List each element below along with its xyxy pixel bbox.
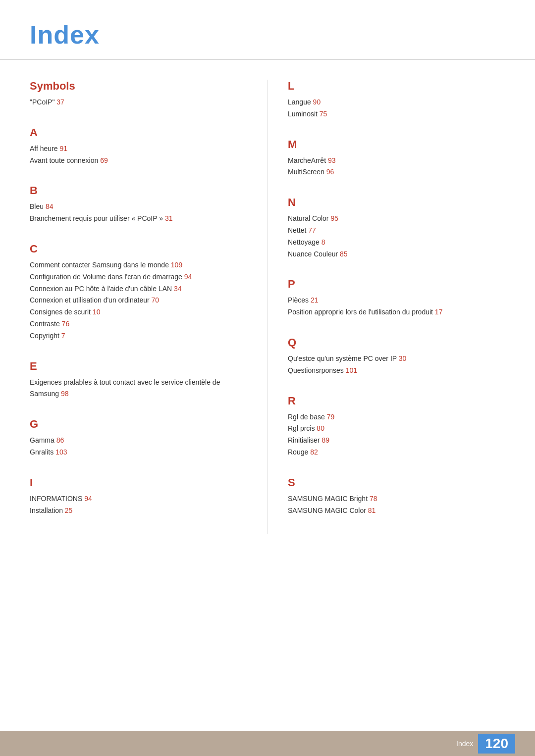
list-item: INFORMATIONS 94 bbox=[30, 493, 248, 505]
item-text: Gamma bbox=[30, 436, 56, 444]
item-page: 91 bbox=[59, 145, 67, 152]
index-section: CComment contacter Samsung dans le monde… bbox=[30, 243, 248, 342]
section-items-list: MarcheArrêt 93MultiScreen 96 bbox=[288, 155, 505, 179]
item-page: 7 bbox=[61, 332, 65, 340]
list-item: Gnralits 103 bbox=[30, 447, 248, 458]
section-items-list: SAMSUNG MAGIC Bright 78SAMSUNG MAGIC Col… bbox=[288, 493, 505, 517]
item-page: 30 bbox=[399, 354, 407, 362]
item-text: Langue bbox=[288, 98, 313, 106]
section-letter: B bbox=[30, 184, 248, 197]
section-items-list: Comment contacter Samsung dans le monde … bbox=[30, 259, 248, 342]
list-item: Copyright 7 bbox=[30, 330, 248, 342]
item-text: Rgl prcis bbox=[288, 424, 317, 432]
item-text: MarcheArrêt bbox=[288, 156, 328, 164]
section-items-list: Langue 90Luminosit 75 bbox=[288, 97, 505, 120]
item-page: 101 bbox=[346, 366, 357, 374]
content-area: Symbols"PCoIP" 37AAff heure 91Avant tout… bbox=[0, 80, 535, 534]
section-items-list: Gamma 86Gnralits 103 bbox=[30, 435, 248, 458]
list-item: Configuration de Volume dans l'cran de d… bbox=[30, 271, 248, 283]
left-column: Symbols"PCoIP" 37AAff heure 91Avant tout… bbox=[30, 80, 268, 534]
item-page: 76 bbox=[62, 320, 70, 328]
section-items-list: Rgl de base 79Rgl prcis 80Rinitialiser 8… bbox=[288, 411, 505, 458]
section-letter: Symbols bbox=[30, 80, 248, 93]
section-letter: Q bbox=[288, 336, 505, 349]
item-text: Nettet bbox=[288, 226, 308, 234]
section-items-list: "PCoIP" 37 bbox=[30, 97, 248, 108]
item-page: 94 bbox=[184, 273, 192, 281]
list-item: Connexion et utilisation d'un ordinateur… bbox=[30, 295, 248, 306]
item-text: Exigences pralables à tout contact avec … bbox=[30, 378, 220, 398]
item-page: 17 bbox=[435, 308, 443, 316]
index-section: IINFORMATIONS 94Installation 25 bbox=[30, 476, 248, 517]
item-page: 34 bbox=[174, 285, 182, 293]
list-item: Qu'estce qu'un système PC over IP 30 bbox=[288, 353, 505, 365]
item-text: Contraste bbox=[30, 320, 62, 328]
list-item: MarcheArrêt 93 bbox=[288, 155, 505, 167]
item-text: Gnralits bbox=[30, 448, 55, 456]
list-item: Rouge 82 bbox=[288, 447, 505, 458]
item-text: INFORMATIONS bbox=[30, 495, 84, 503]
item-page: 96 bbox=[326, 168, 334, 176]
item-text: SAMSUNG MAGIC Bright bbox=[288, 495, 370, 503]
index-section: BBleu 84Branchement requis pour utiliser… bbox=[30, 184, 248, 225]
item-text: Luminosit bbox=[288, 110, 320, 118]
index-section: QQu'estce qu'un système PC over IP 30Que… bbox=[288, 336, 505, 377]
list-item: Rinitialiser 89 bbox=[288, 435, 505, 447]
item-text: Rouge bbox=[288, 448, 310, 456]
list-item: SAMSUNG MAGIC Bright 78 bbox=[288, 493, 505, 505]
list-item: Bleu 84 bbox=[30, 201, 248, 213]
index-section: NNatural Color 95Nettet 77Nettoyage 8Nua… bbox=[288, 196, 505, 260]
item-page: 90 bbox=[313, 98, 321, 106]
item-text: Installation bbox=[30, 506, 65, 514]
item-text: Aff heure bbox=[30, 145, 59, 152]
section-letter: M bbox=[288, 138, 505, 151]
section-letter: C bbox=[30, 243, 248, 255]
section-letter: E bbox=[30, 360, 248, 373]
index-section: LLangue 90Luminosit 75 bbox=[288, 80, 505, 120]
list-item: Nettet 77 bbox=[288, 225, 505, 237]
section-letter: A bbox=[30, 126, 248, 139]
list-item: Position approprie lors de l'utilisation… bbox=[288, 306, 505, 318]
item-page: 85 bbox=[340, 250, 348, 258]
page-title: Index bbox=[30, 20, 505, 50]
footer-page-number: 120 bbox=[478, 734, 515, 754]
index-section: AAff heure 91Avant toute connexion 69 bbox=[30, 126, 248, 167]
list-item: MultiScreen 96 bbox=[288, 166, 505, 178]
item-page: 89 bbox=[321, 436, 329, 444]
item-page: 94 bbox=[84, 495, 92, 503]
item-page: 21 bbox=[311, 296, 319, 304]
item-page: 95 bbox=[330, 214, 338, 222]
item-page: 37 bbox=[56, 98, 64, 106]
list-item: Nuance Couleur 85 bbox=[288, 249, 505, 260]
index-section: GGamma 86Gnralits 103 bbox=[30, 418, 248, 458]
section-items-list: Pièces 21Position approprie lors de l'ut… bbox=[288, 295, 505, 318]
list-item: Connexion au PC hôte à l'aide d'un câble… bbox=[30, 283, 248, 295]
list-item: Exigences pralables à tout contact avec … bbox=[30, 377, 248, 401]
item-page: 78 bbox=[370, 495, 377, 503]
section-letter: G bbox=[30, 418, 248, 431]
item-page: 31 bbox=[165, 214, 173, 222]
item-text: MultiScreen bbox=[288, 168, 326, 176]
page-container: Index Symbols"PCoIP" 37AAff heure 91Avan… bbox=[0, 0, 535, 756]
item-page: 109 bbox=[171, 261, 182, 269]
item-text: Consignes de scurit bbox=[30, 308, 93, 316]
section-items-list: Aff heure 91Avant toute connexion 69 bbox=[30, 143, 248, 167]
item-page: 86 bbox=[56, 436, 64, 444]
item-page: 84 bbox=[46, 202, 54, 210]
item-page: 69 bbox=[100, 156, 108, 164]
item-page: 77 bbox=[308, 226, 316, 234]
section-letter: R bbox=[288, 395, 505, 407]
item-page: 81 bbox=[368, 506, 376, 514]
list-item: Langue 90 bbox=[288, 97, 505, 108]
page-header: Index bbox=[0, 0, 535, 60]
list-item: Rgl prcis 80 bbox=[288, 423, 505, 435]
item-text: Configuration de Volume dans l'cran de d… bbox=[30, 273, 184, 281]
list-item: Pièces 21 bbox=[288, 295, 505, 306]
right-column: LLangue 90Luminosit 75MMarcheArrêt 93Mul… bbox=[268, 80, 505, 534]
list-item: Gamma 86 bbox=[30, 435, 248, 447]
item-page: 75 bbox=[320, 110, 327, 118]
item-page: 70 bbox=[152, 296, 160, 304]
item-text: Connexion au PC hôte à l'aide d'un câble… bbox=[30, 285, 174, 293]
index-section: SSAMSUNG MAGIC Bright 78SAMSUNG MAGIC Co… bbox=[288, 476, 505, 517]
list-item: Contraste 76 bbox=[30, 318, 248, 330]
